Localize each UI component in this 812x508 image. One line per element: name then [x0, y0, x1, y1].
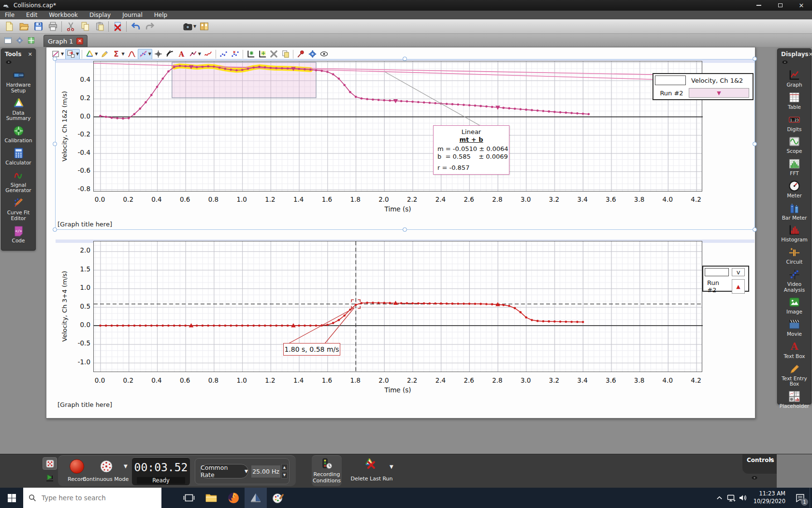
data-point[interactable] — [463, 302, 465, 305]
data-point[interactable] — [479, 303, 482, 305]
data-point[interactable] — [349, 91, 351, 93]
data-point[interactable] — [531, 319, 533, 321]
data-point[interactable] — [275, 325, 277, 327]
data-point[interactable] — [202, 325, 204, 327]
data-point[interactable] — [366, 301, 368, 304]
chart-legend-bottom[interactable]: vRun #2▲ — [702, 266, 749, 292]
data-point[interactable] — [429, 102, 431, 104]
tool-curve-fit-editor[interactable]: Curve Fit Editor — [1, 195, 35, 223]
data-point[interactable] — [383, 302, 386, 304]
data-point[interactable] — [582, 113, 584, 115]
data-point[interactable] — [536, 320, 539, 322]
linear-fit-box[interactable]: Linearmt + bm = -0.0510 ± 0.0064b = 0.58… — [433, 125, 509, 175]
tool-data-summary[interactable]: Data Summary — [1, 95, 35, 123]
data-point[interactable] — [167, 70, 170, 73]
chevron-down-icon[interactable]: ▼ — [61, 52, 64, 56]
chevron-down-icon[interactable]: ▼ — [148, 52, 151, 56]
volume-icon[interactable] — [737, 488, 749, 508]
scale-to-fit-button[interactable] — [245, 49, 256, 60]
data-point[interactable] — [184, 325, 187, 327]
data-line-bottom[interactable] — [101, 303, 583, 326]
data-point[interactable] — [531, 109, 533, 111]
data-point[interactable] — [343, 84, 346, 86]
data-point[interactable] — [150, 94, 153, 96]
rate-value-field[interactable]: 25.00 Hz — [251, 465, 280, 478]
data-point[interactable] — [133, 325, 136, 327]
selection-handle[interactable] — [753, 227, 757, 232]
data-point[interactable] — [366, 98, 368, 101]
data-point[interactable] — [389, 302, 391, 304]
legend-sample-cell[interactable] — [705, 268, 729, 276]
data-point[interactable] — [309, 69, 312, 71]
slope-tool-button[interactable] — [164, 49, 175, 60]
data-point[interactable] — [235, 325, 238, 327]
data-point[interactable] — [139, 325, 141, 327]
data-point[interactable] — [247, 325, 249, 327]
display-table[interactable]: Table — [778, 90, 811, 112]
menu-workbook[interactable]: Workbook — [49, 12, 78, 18]
data-point[interactable] — [173, 66, 175, 68]
tools-panel-close-icon[interactable]: ✕ — [28, 51, 32, 58]
action-center-button[interactable]: 1 — [790, 488, 810, 508]
data-point[interactable] — [332, 322, 334, 324]
delete-button[interactable] — [110, 20, 125, 33]
crosshair-bracket[interactable] — [358, 306, 360, 308]
eye-icon[interactable] — [5, 60, 12, 64]
record-button[interactable] — [70, 459, 84, 474]
menu-journal[interactable]: Journal — [122, 12, 143, 18]
data-point[interactable] — [161, 325, 164, 327]
data-point[interactable] — [326, 71, 329, 73]
data-point[interactable] — [485, 303, 488, 305]
multi-trace-button[interactable] — [203, 49, 214, 60]
data-point[interactable] — [173, 325, 175, 327]
data-point[interactable] — [440, 302, 442, 305]
data-point[interactable] — [508, 107, 510, 110]
tool-hardware-setup[interactable]: Hardware Setup — [1, 67, 35, 95]
data-point[interactable] — [389, 100, 391, 102]
paste-button[interactable] — [92, 20, 107, 33]
data-point[interactable] — [372, 98, 374, 101]
recording-conditions-button[interactable]: Recording Conditions — [312, 455, 342, 486]
data-point[interactable] — [320, 70, 323, 72]
chart-canvas-bottom[interactable] — [94, 241, 703, 373]
legend-run-label[interactable]: Run #2 — [705, 279, 729, 294]
display-circuit[interactable]: Circuit — [778, 244, 811, 267]
page-options-button[interactable] — [14, 35, 25, 45]
data-point[interactable] — [468, 104, 471, 106]
data-point[interactable] — [400, 100, 403, 103]
data-point[interactable] — [502, 304, 505, 306]
data-point[interactable] — [298, 325, 300, 327]
coordinates-annotation[interactable]: 1.80 s, 0.58 m/s — [283, 343, 340, 356]
data-point[interactable] — [383, 99, 386, 102]
data-point[interactable] — [536, 109, 539, 112]
data-point[interactable] — [576, 321, 579, 323]
data-point[interactable] — [525, 316, 527, 319]
data-point[interactable] — [451, 302, 454, 305]
tool-calibration[interactable]: Calibration — [1, 123, 35, 145]
data-point[interactable] — [457, 302, 459, 305]
chart-legend-top[interactable]: Velocity, Ch 1&2Run #2▼ — [652, 73, 754, 100]
data-point[interactable] — [258, 325, 261, 327]
data-point[interactable] — [463, 104, 465, 106]
chevron-down-icon[interactable]: ▼ — [198, 52, 201, 56]
selection-handle[interactable] — [403, 227, 407, 232]
chart-canvas-top[interactable] — [94, 61, 703, 192]
data-point[interactable] — [514, 107, 516, 110]
data-point[interactable] — [207, 65, 209, 68]
rate-mode-dropdown[interactable]: Common Rate ▼ — [200, 464, 248, 478]
display-image[interactable]: Image — [778, 294, 811, 316]
display-movie[interactable]: Movie — [778, 316, 811, 339]
save-file-button[interactable] — [31, 20, 45, 33]
data-summary-tool-button[interactable]: ▼ — [84, 49, 99, 60]
taskbar-app-firefox[interactable] — [222, 488, 245, 508]
data-point[interactable] — [224, 68, 227, 70]
legend-marker-swatch[interactable]: ▲ — [732, 279, 745, 294]
data-point[interactable] — [491, 303, 493, 306]
chart-plot-bottom[interactable] — [93, 241, 702, 372]
data-point[interactable] — [315, 325, 318, 327]
data-point[interactable] — [520, 311, 522, 314]
redo-button[interactable] — [143, 20, 157, 33]
data-point[interactable] — [548, 110, 550, 113]
data-point[interactable] — [150, 325, 153, 327]
chevron-down-icon[interactable]: ▼ — [95, 52, 98, 56]
